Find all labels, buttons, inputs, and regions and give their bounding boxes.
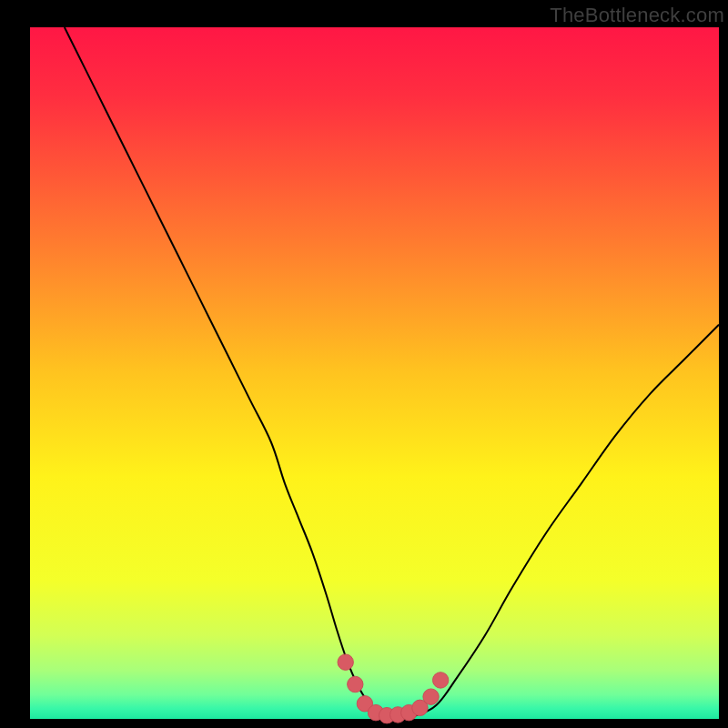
valley-marker — [423, 689, 439, 704]
plot-area — [30, 27, 719, 719]
chart-frame: TheBottleneck.com — [0, 0, 728, 728]
watermark-text: TheBottleneck.com — [550, 4, 724, 27]
valley-markers — [338, 654, 449, 723]
valley-marker — [432, 672, 448, 688]
chart-svg — [30, 27, 719, 719]
bottleneck-curve — [65, 27, 719, 718]
valley-marker — [348, 676, 363, 692]
valley-marker — [338, 654, 353, 670]
